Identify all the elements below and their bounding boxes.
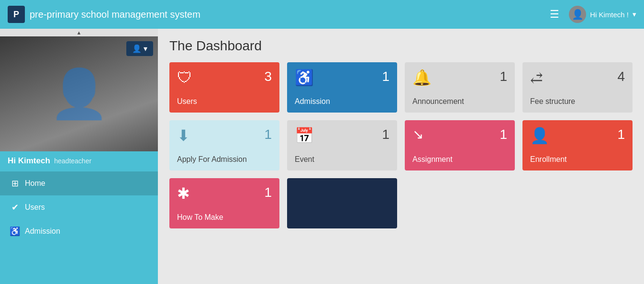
home-icon: ⊞ bbox=[10, 178, 20, 189]
how-to-make-card-top: ✱ 1 bbox=[177, 186, 272, 201]
admission-card[interactable]: ♿ 1 Admission bbox=[287, 62, 397, 113]
navbar-dropdown-arrow: ▾ bbox=[633, 10, 636, 19]
navbar-avatar: 👤 bbox=[569, 6, 586, 23]
sidebar-item-users[interactable]: ✔ Users bbox=[0, 195, 158, 219]
sidebar-profile: 👤 👤 ▾ bbox=[0, 36, 158, 151]
sidebar-greeting-name: Hi Kimtech bbox=[8, 156, 50, 165]
announcement-label: Announcement bbox=[412, 97, 507, 106]
empty-card-1 bbox=[405, 178, 515, 228]
sidebar-item-admission[interactable]: ♿ Admission bbox=[0, 219, 158, 243]
admission-icon: ♿ bbox=[295, 70, 314, 85]
assignment-card-top: ↘ 1 bbox=[412, 128, 507, 141]
navbar-title: pre-primary school management system bbox=[30, 9, 200, 20]
download-icon: ⬇ bbox=[177, 128, 190, 143]
sidebar-item-home[interactable]: ⊞ Home bbox=[0, 171, 158, 195]
sidebar-item-users-label: Users bbox=[25, 203, 45, 212]
dashboard-row2: ⬇ 1 Apply For Admission 📅 1 Event ↘ 1 bbox=[169, 120, 633, 170]
person-icon: 👤 bbox=[530, 128, 549, 143]
dashboard-row3: ✱ 1 How To Make bbox=[169, 178, 633, 228]
event-label: Event bbox=[295, 155, 389, 164]
apply-admission-count: 1 bbox=[264, 128, 272, 141]
navbar-toggle[interactable]: ☰ bbox=[550, 8, 559, 21]
how-to-make-label: How To Make bbox=[177, 213, 272, 222]
fee-structure-count: 4 bbox=[617, 70, 625, 83]
page-title: The Dashboard bbox=[169, 38, 633, 54]
sidebar: ▲ 👤 👤 ▾ Hi Kimtech headteacher ⊞ Home ✔ … bbox=[0, 29, 158, 284]
assignment-label: Assignment bbox=[412, 155, 507, 164]
dark-placeholder-card bbox=[287, 178, 397, 228]
enrollment-count: 1 bbox=[617, 128, 625, 141]
announcement-card-top: 🔔 1 bbox=[412, 70, 507, 85]
apply-admission-card-top: ⬇ 1 bbox=[177, 128, 272, 143]
navbar-logo: P bbox=[8, 6, 25, 23]
bell-icon: 🔔 bbox=[412, 70, 432, 85]
users-card[interactable]: 🛡 3 Users bbox=[169, 62, 279, 113]
announcement-card[interactable]: 🔔 1 Announcement bbox=[405, 62, 515, 113]
how-to-make-card[interactable]: ✱ 1 How To Make bbox=[169, 178, 279, 228]
shield-icon: ✔ bbox=[10, 202, 20, 213]
admission-count: 1 bbox=[382, 70, 389, 83]
navbar: P pre-primary school management system ☰… bbox=[0, 0, 644, 29]
profile-dropdown-arrow: ▾ bbox=[144, 44, 147, 53]
fee-structure-label: Fee structure bbox=[530, 97, 625, 106]
event-card-top: 📅 1 bbox=[295, 128, 389, 143]
trend-down-icon: ↘ bbox=[412, 128, 423, 141]
fee-structure-card[interactable]: ⥄ 4 Fee structure bbox=[522, 62, 633, 113]
sidebar-greeting-role: headteacher bbox=[54, 157, 91, 165]
announcement-count: 1 bbox=[500, 70, 507, 83]
users-label: Users bbox=[177, 97, 272, 106]
event-count: 1 bbox=[382, 128, 389, 141]
sidebar-nav: ⊞ Home ✔ Users ♿ Admission bbox=[0, 171, 158, 284]
apply-admission-card[interactable]: ⬇ 1 Apply For Admission bbox=[169, 120, 279, 170]
enrollment-card-top: 👤 1 bbox=[530, 128, 625, 143]
users-count: 3 bbox=[264, 70, 272, 83]
assignment-card[interactable]: ↘ 1 Assignment bbox=[405, 120, 515, 170]
sidebar-item-home-label: Home bbox=[25, 179, 45, 188]
admission-card-top: ♿ 1 bbox=[295, 70, 389, 85]
main-wrapper: ▲ 👤 👤 ▾ Hi Kimtech headteacher ⊞ Home ✔ … bbox=[0, 29, 644, 284]
users-card-top: 🛡 3 bbox=[177, 70, 272, 85]
shield-check-icon: 🛡 bbox=[177, 70, 192, 85]
apply-admission-label: Apply For Admission bbox=[177, 155, 272, 164]
empty-card-2 bbox=[522, 178, 633, 228]
assignment-count: 1 bbox=[500, 128, 507, 141]
enrollment-card[interactable]: 👤 1 Enrollment bbox=[522, 120, 633, 170]
navbar-brand: P pre-primary school management system bbox=[8, 6, 540, 23]
navbar-user-greeting: Hi Kimtech ! bbox=[590, 11, 629, 19]
admission-label: Admission bbox=[295, 97, 389, 106]
event-card[interactable]: 📅 1 Event bbox=[287, 120, 397, 170]
sidebar-scroll-up[interactable]: ▲ bbox=[0, 29, 158, 36]
enrollment-label: Enrollment bbox=[530, 155, 625, 164]
sidebar-greeting: Hi Kimtech headteacher bbox=[0, 151, 158, 171]
main-content: The Dashboard 🛡 3 Users ♿ 1 Admission bbox=[158, 29, 644, 284]
calendar-icon: 📅 bbox=[295, 128, 314, 143]
profile-icon: 👤 bbox=[132, 44, 142, 53]
navbar-user[interactable]: 👤 Hi Kimtech ! ▾ bbox=[569, 6, 636, 23]
sidebar-item-admission-label: Admission bbox=[25, 227, 60, 236]
sidebar-profile-button[interactable]: 👤 ▾ bbox=[126, 41, 153, 56]
wheelchair-icon: ♿ bbox=[10, 226, 20, 237]
share-icon: ⥄ bbox=[530, 70, 543, 85]
fee-structure-card-top: ⥄ 4 bbox=[530, 70, 625, 85]
puzzle-icon: ✱ bbox=[177, 186, 190, 201]
how-to-make-count: 1 bbox=[264, 186, 272, 199]
dashboard-row1: 🛡 3 Users ♿ 1 Admission 🔔 1 Announcem bbox=[169, 62, 633, 113]
